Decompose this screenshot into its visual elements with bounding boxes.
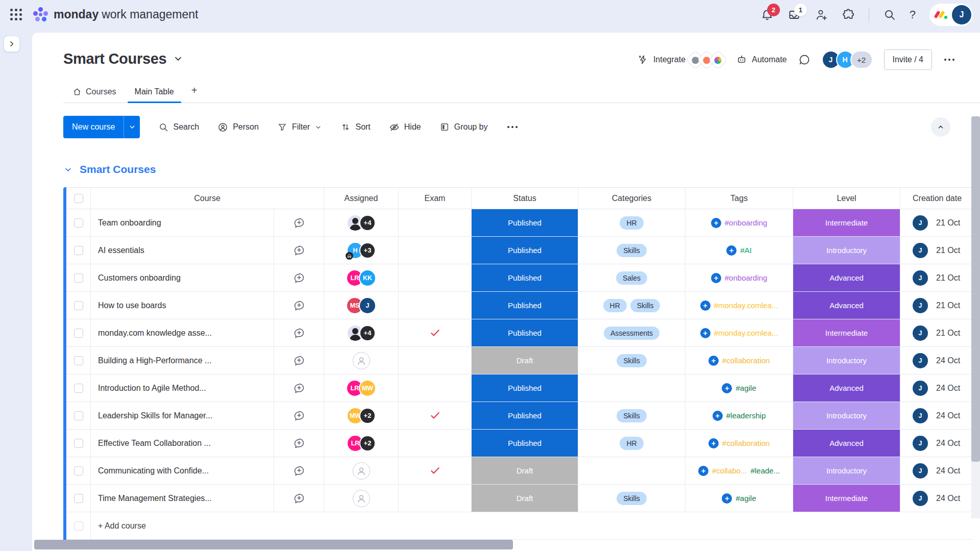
member-overflow-count[interactable]: +2 xyxy=(850,51,873,69)
status-label[interactable]: Draft xyxy=(472,347,578,374)
exam-cell[interactable] xyxy=(399,292,472,319)
row-checkbox[interactable] xyxy=(74,301,83,310)
add-update-cell[interactable] xyxy=(274,374,324,402)
category-pill[interactable]: Skills xyxy=(617,244,647,257)
automate-button[interactable]: Automate xyxy=(736,54,787,65)
add-tag-icon[interactable]: + xyxy=(726,245,737,256)
tag-text[interactable]: #AI xyxy=(740,246,752,255)
categories-cell[interactable] xyxy=(578,457,685,484)
assignee-count-badge[interactable]: +4 xyxy=(359,215,376,231)
status-label[interactable]: Published xyxy=(472,374,578,402)
collapse-header-button[interactable] xyxy=(931,117,950,137)
search-icon[interactable] xyxy=(883,8,896,21)
exam-cell[interactable] xyxy=(399,457,472,484)
add-update-icon[interactable] xyxy=(293,465,305,477)
row-checkbox[interactable] xyxy=(74,466,83,475)
row-checkbox[interactable] xyxy=(74,384,83,393)
row-checkbox[interactable] xyxy=(74,273,83,283)
level-label[interactable]: Intermediate xyxy=(793,319,900,346)
row-checkbox[interactable] xyxy=(74,439,83,448)
add-update-icon[interactable] xyxy=(293,382,305,394)
categories-cell[interactable] xyxy=(578,374,685,402)
invite-button[interactable]: Invite / 4 xyxy=(884,49,932,70)
level-label[interactable]: Intermediate xyxy=(793,209,900,236)
tag-text[interactable]: #leadership xyxy=(726,411,766,420)
vertical-scrollbar-track[interactable] xyxy=(971,116,980,518)
exam-cell[interactable] xyxy=(399,374,472,402)
add-update-cell[interactable] xyxy=(274,347,324,374)
level-label[interactable]: Advanced xyxy=(793,264,900,291)
category-pill[interactable]: HR xyxy=(620,216,643,230)
tags-cell[interactable]: +#collaboration xyxy=(685,347,793,374)
assignee-count-badge[interactable]: +3 xyxy=(359,242,376,259)
column-header-categories[interactable]: Categories xyxy=(578,188,685,209)
row-checkbox[interactable] xyxy=(74,494,83,503)
add-update-cell[interactable] xyxy=(274,209,324,236)
course-name-cell[interactable]: Customers onboarding xyxy=(91,264,274,291)
filter-tool[interactable]: Filter xyxy=(277,122,323,132)
new-course-label[interactable]: New course xyxy=(63,116,124,138)
add-tag-icon[interactable]: + xyxy=(708,356,719,366)
row-checkbox[interactable] xyxy=(74,411,83,420)
add-update-cell[interactable] xyxy=(274,485,324,512)
assigned-cell[interactable] xyxy=(324,485,399,512)
group-collapse-chevron-icon[interactable] xyxy=(63,165,73,174)
category-pill[interactable]: Sales xyxy=(616,271,647,285)
board-title-chevron-down-icon[interactable] xyxy=(173,53,184,64)
group-title[interactable]: Smart Courses xyxy=(80,163,156,176)
category-pill[interactable]: Skills xyxy=(630,299,660,312)
tags-cell[interactable]: +#monday.comlea... xyxy=(685,292,793,319)
assigned-cell[interactable] xyxy=(324,347,399,374)
add-update-cell[interactable] xyxy=(274,237,324,264)
course-name-cell[interactable]: AI essentials xyxy=(91,237,274,264)
tag-text[interactable]: #monday.comlea... xyxy=(714,301,778,310)
empty-assignee-icon[interactable] xyxy=(353,352,370,369)
status-label[interactable]: Published xyxy=(472,264,578,291)
add-update-icon[interactable] xyxy=(293,244,305,257)
person-tool[interactable]: Person xyxy=(217,122,259,133)
add-update-icon[interactable] xyxy=(293,272,305,284)
level-label[interactable]: Advanced xyxy=(793,374,900,402)
course-name-cell[interactable]: Time Management Strategies... xyxy=(91,485,274,512)
account-pill[interactable]: J xyxy=(929,4,973,26)
exam-cell[interactable] xyxy=(399,430,472,457)
assigned-cell[interactable]: MW+2 xyxy=(324,402,399,429)
tag-text[interactable]: #collaboration xyxy=(722,356,770,365)
add-update-cell[interactable] xyxy=(274,430,324,457)
tags-cell[interactable]: +#collabo...#leade... xyxy=(685,457,793,484)
tags-cell[interactable]: +#onboarding xyxy=(685,209,793,236)
course-name-cell[interactable]: Team onboarding xyxy=(91,209,274,236)
add-update-icon[interactable] xyxy=(293,492,305,505)
add-update-cell[interactable] xyxy=(274,457,324,484)
empty-assignee-icon[interactable] xyxy=(353,490,370,507)
column-header-status[interactable]: Status xyxy=(472,188,578,209)
tags-cell[interactable]: +#monday.comlea... xyxy=(685,319,793,346)
assignee-count-badge[interactable]: +4 xyxy=(359,325,376,341)
assigned-cell[interactable]: LR+2 xyxy=(324,430,399,457)
horizontal-scrollbar-thumb[interactable] xyxy=(34,540,513,549)
tags-cell[interactable]: +#agile xyxy=(685,374,793,402)
select-all-checkbox[interactable] xyxy=(74,194,83,203)
exam-cell[interactable] xyxy=(399,319,472,346)
row-checkbox[interactable] xyxy=(74,329,83,338)
tag-text[interactable]: #agile xyxy=(736,494,756,503)
column-header-exam[interactable]: Exam xyxy=(399,188,472,209)
categories-cell[interactable]: Skills xyxy=(578,347,685,374)
tag-text[interactable]: #agile xyxy=(736,384,756,392)
new-course-chevron-icon[interactable] xyxy=(124,116,140,138)
tags-cell[interactable]: +#collaboration xyxy=(685,430,793,457)
add-tag-icon[interactable]: + xyxy=(711,218,721,228)
add-update-icon[interactable] xyxy=(293,355,305,367)
add-tag-icon[interactable]: + xyxy=(700,300,710,311)
tag-text[interactable]: #leade... xyxy=(750,466,780,475)
categories-cell[interactable]: Assessments xyxy=(578,319,685,346)
help-icon[interactable]: ? xyxy=(910,8,916,21)
add-tag-icon[interactable]: + xyxy=(698,466,708,476)
row-checkbox[interactable] xyxy=(74,246,83,255)
categories-cell[interactable]: Skills xyxy=(578,237,685,264)
inbox-icon[interactable]: 1 xyxy=(788,8,801,21)
assigned-cell[interactable]: LRKK xyxy=(324,264,399,291)
assigned-cell[interactable]: LRMW xyxy=(324,374,399,402)
column-header-level[interactable]: Level xyxy=(793,188,900,209)
category-pill[interactable]: Skills xyxy=(617,409,647,422)
